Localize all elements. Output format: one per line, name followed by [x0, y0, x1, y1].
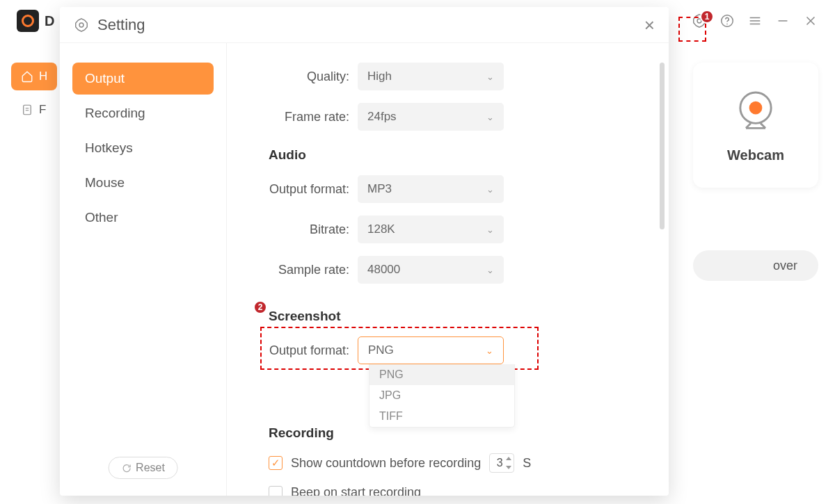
- webcam-card[interactable]: Webcam: [693, 63, 818, 188]
- logo-text: D: [45, 13, 54, 29]
- svg-marker-7: [76, 18, 88, 31]
- audio-format-select[interactable]: MP3⌄: [358, 175, 504, 203]
- chevron-down-icon: ⌄: [486, 72, 494, 82]
- menu-icon[interactable]: [747, 13, 763, 29]
- beep-row: ✓ Beep on start recording: [269, 485, 641, 496]
- svg-rect-4: [24, 105, 31, 115]
- sidenav-home[interactable]: H: [11, 63, 57, 90]
- framerate-label: Frame rate:: [232, 110, 358, 124]
- beep-label: Beep on start recording: [291, 485, 421, 496]
- audio-format-label: Output format:: [232, 182, 358, 197]
- modal-close-button[interactable]: ×: [644, 16, 655, 34]
- quality-select[interactable]: High⌄: [358, 63, 504, 90]
- settings-modal: Setting × Output Recording Hotkeys Mouse…: [60, 7, 669, 496]
- sidenav-files[interactable]: F: [11, 96, 57, 124]
- beep-checkbox[interactable]: ✓: [269, 486, 283, 496]
- chevron-down-icon: ⌄: [486, 225, 494, 235]
- nav-recording[interactable]: Recording: [72, 97, 214, 129]
- chevron-down-icon: ⌄: [486, 265, 494, 275]
- webcam-icon: [731, 88, 780, 136]
- svg-point-3: [726, 24, 728, 25]
- countdown-checkbox[interactable]: ✓: [269, 456, 283, 470]
- scrollbar[interactable]: [660, 63, 665, 229]
- logo-icon: [17, 10, 39, 32]
- option-tiff[interactable]: TIFF: [369, 406, 514, 427]
- svg-point-8: [79, 23, 84, 27]
- voiceover-button[interactable]: over: [693, 250, 818, 281]
- audio-heading: Audio: [269, 147, 641, 163]
- app-sidenav: H F: [11, 63, 57, 124]
- bitrate-label: Bitrate:: [232, 222, 358, 237]
- chevron-down-icon: ⌄: [486, 184, 494, 195]
- countdown-label: Show countdown before recording: [291, 456, 481, 471]
- settings-nav: Output Recording Hotkeys Mouse Other Res…: [60, 43, 227, 496]
- file-icon: [21, 104, 33, 116]
- countdown-unit: S: [523, 456, 531, 471]
- minimize-icon[interactable]: [775, 13, 790, 29]
- screenshot-heading: Screenshot: [269, 309, 641, 324]
- samplerate-label: Sample rate:: [232, 263, 358, 277]
- help-icon[interactable]: [719, 13, 735, 29]
- annotation-box-2: [260, 327, 539, 370]
- close-icon[interactable]: [803, 13, 818, 29]
- recording-heading: Recording: [269, 425, 641, 441]
- nav-other[interactable]: Other: [72, 202, 214, 234]
- app-logo: D: [17, 10, 54, 32]
- nav-output[interactable]: Output: [72, 63, 214, 95]
- screenshot-format-dropdown: PNG JPG TIFF: [369, 364, 515, 428]
- settings-content: Quality: High⌄ Frame rate: 24fps⌄ Audio …: [227, 43, 669, 496]
- modal-header: Setting ×: [60, 7, 669, 43]
- quality-label: Quality:: [232, 70, 358, 84]
- modal-title-text: Setting: [97, 16, 145, 34]
- annotation-badge-2: 2: [253, 300, 267, 314]
- countdown-spinner[interactable]: 3: [489, 453, 514, 473]
- chevron-down-icon: ⌄: [486, 112, 494, 122]
- nav-hotkeys[interactable]: Hotkeys: [72, 132, 214, 164]
- countdown-row: ✓ Show countdown before recording 3 S: [269, 453, 641, 473]
- option-jpg[interactable]: JPG: [369, 385, 514, 406]
- annotation-badge-1: 1: [700, 10, 714, 24]
- home-icon: [21, 70, 33, 83]
- reset-button[interactable]: Reset: [108, 457, 178, 479]
- nav-mouse[interactable]: Mouse: [72, 167, 214, 199]
- option-png[interactable]: PNG: [369, 364, 514, 385]
- framerate-select[interactable]: 24fps⌄: [358, 103, 504, 131]
- samplerate-select[interactable]: 48000⌄: [358, 256, 504, 284]
- reset-icon: [121, 463, 132, 473]
- svg-point-6: [749, 101, 763, 114]
- gear-icon: [74, 17, 89, 33]
- webcam-label: Webcam: [727, 147, 784, 163]
- bitrate-select[interactable]: 128K⌄: [358, 216, 504, 243]
